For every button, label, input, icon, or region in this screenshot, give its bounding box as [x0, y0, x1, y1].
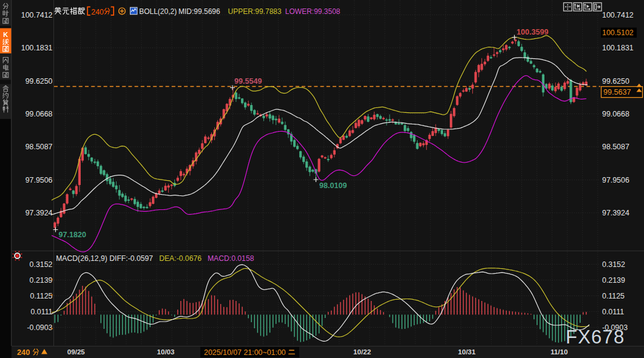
svg-text:-0.0903: -0.0903 — [27, 323, 52, 332]
svg-text:100.1831: 100.1831 — [21, 44, 53, 52]
svg-text:0.1125: 0.1125 — [30, 292, 53, 300]
svg-text:10/31: 10/31 — [458, 348, 476, 356]
svg-text:97.9506: 97.9506 — [602, 176, 629, 184]
svg-text:0.2139: 0.2139 — [602, 276, 625, 285]
svg-text:100.3599: 100.3599 — [517, 28, 549, 36]
svg-text:10/22: 10/22 — [353, 348, 371, 356]
svg-text:99.6250: 99.6250 — [602, 77, 629, 86]
svg-text:100.7412: 100.7412 — [602, 11, 634, 19]
svg-text:0.0111: 0.0111 — [602, 308, 624, 316]
svg-text:98.5087: 98.5087 — [602, 143, 629, 151]
svg-text:FX678: FX678 — [566, 326, 625, 348]
svg-text:100.5102: 100.5102 — [602, 29, 634, 37]
svg-text:MACD:0.0158: MACD:0.0158 — [208, 254, 254, 263]
svg-text:99.6250: 99.6250 — [25, 77, 53, 86]
svg-text:99.5549: 99.5549 — [234, 77, 262, 86]
svg-text:97.9506: 97.9506 — [25, 176, 53, 184]
svg-text:0.3152: 0.3152 — [602, 260, 625, 269]
svg-text:11/10: 11/10 — [551, 348, 568, 356]
svg-text:240: 240 — [91, 8, 104, 16]
svg-text:98.5087: 98.5087 — [25, 143, 53, 151]
svg-text:0.3152: 0.3152 — [30, 260, 53, 269]
svg-text:LOWER:99.3508: LOWER:99.3508 — [285, 7, 341, 16]
svg-text:240: 240 — [17, 348, 30, 357]
svg-text:10/03: 10/03 — [157, 348, 175, 356]
svg-text:MID:99.5696: MID:99.5696 — [178, 7, 220, 16]
svg-text:2025/10/07 21:00~01:00: 2025/10/07 21:00~01:00 — [204, 348, 286, 357]
svg-text:0.1125: 0.1125 — [602, 292, 625, 300]
svg-text:97.1820: 97.1820 — [59, 231, 87, 239]
svg-text:100.1831: 100.1831 — [602, 44, 634, 52]
svg-text:99.0668: 99.0668 — [602, 110, 629, 118]
svg-text:BOLL(20,2): BOLL(20,2) — [139, 7, 177, 16]
svg-text:99.5637: 99.5637 — [603, 88, 631, 96]
svg-text:MACD(26,12,9) DIFF:-0.0597: MACD(26,12,9) DIFF:-0.0597 — [56, 254, 153, 263]
svg-text:100.7412: 100.7412 — [21, 11, 53, 19]
svg-text:DEA:-0.0676: DEA:-0.0676 — [159, 254, 202, 263]
svg-text:K: K — [3, 31, 8, 38]
svg-text:09/25: 09/25 — [67, 348, 86, 356]
svg-text:0.2139: 0.2139 — [30, 276, 53, 285]
svg-text:0.0111: 0.0111 — [30, 308, 52, 316]
svg-text:98.0109: 98.0109 — [319, 181, 347, 190]
svg-text:99.0668: 99.0668 — [25, 110, 53, 118]
svg-text:UPPER:99.7883: UPPER:99.7883 — [228, 7, 282, 16]
svg-text:97.3924: 97.3924 — [25, 209, 53, 217]
svg-text:97.3924: 97.3924 — [602, 209, 629, 217]
